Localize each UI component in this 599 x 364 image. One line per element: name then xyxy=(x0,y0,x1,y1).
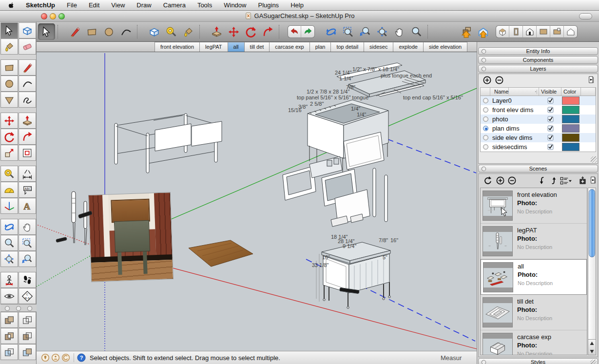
side-elev-dims[interactable]: side elev dims xyxy=(481,133,596,142)
layer-visible-checkbox[interactable] xyxy=(539,97,561,104)
view-iso[interactable] xyxy=(496,25,509,38)
scenes-bar[interactable]: Scenes xyxy=(478,165,598,172)
push-pull[interactable] xyxy=(19,113,36,129)
layer-visible-checkbox[interactable] xyxy=(539,125,561,132)
trim[interactable] xyxy=(0,344,18,360)
add-layer-button[interactable] xyxy=(483,76,492,85)
status-person-icon[interactable] xyxy=(51,353,60,362)
circle[interactable] xyxy=(100,23,117,40)
rectangle[interactable] xyxy=(0,59,18,76)
text[interactable]: ABC xyxy=(19,182,36,198)
close-button[interactable] xyxy=(41,13,47,19)
line[interactable] xyxy=(66,23,83,40)
scene-thumbnail[interactable] xyxy=(483,297,513,327)
explode[interactable]: explode xyxy=(393,42,423,52)
sidesec[interactable]: sidesec xyxy=(364,42,393,52)
resize-grip[interactable] xyxy=(590,360,597,364)
walk[interactable] xyxy=(19,272,36,288)
zoom-previous[interactable] xyxy=(357,23,374,40)
view-back[interactable] xyxy=(550,25,564,38)
scene-thumbnail[interactable] xyxy=(483,226,513,256)
circle[interactable] xyxy=(0,76,18,92)
apple-icon[interactable] xyxy=(8,1,15,9)
freehand[interactable] xyxy=(19,92,36,108)
zoom-extents[interactable] xyxy=(0,251,18,267)
scale[interactable] xyxy=(0,145,18,161)
plugins[interactable]: Plugins xyxy=(252,1,285,9)
zoom-window[interactable] xyxy=(19,235,36,251)
layers-menu-icon[interactable] xyxy=(587,76,595,84)
toolbar-toggle-button[interactable] xyxy=(579,13,592,19)
move-scene-down-button[interactable] xyxy=(538,176,547,185)
layer-current-radio[interactable] xyxy=(483,126,488,131)
rotate[interactable] xyxy=(0,129,18,145)
layers-bar[interactable]: Layers xyxy=(478,65,598,73)
follow-me[interactable] xyxy=(19,129,36,145)
paint-bucket[interactable] xyxy=(0,38,18,55)
all[interactable]: all xyxy=(228,42,244,52)
layer0[interactable]: Layer0 xyxy=(481,96,596,105)
layer-color-swatch[interactable] xyxy=(562,96,580,105)
scroll-up-arrow[interactable] xyxy=(588,340,596,347)
look-around[interactable] xyxy=(0,288,18,304)
polygon[interactable] xyxy=(0,92,18,108)
carcase-exp[interactable]: carcase exp xyxy=(269,42,309,52)
status-pin-icon[interactable] xyxy=(41,353,50,362)
add-scene-button[interactable] xyxy=(496,176,505,185)
arc[interactable] xyxy=(117,23,135,40)
window-shade-icon[interactable] xyxy=(481,360,486,364)
view-right[interactable] xyxy=(564,25,578,38)
zoom-previous[interactable] xyxy=(19,251,36,267)
scroll-down-arrow[interactable] xyxy=(588,347,596,355)
offset[interactable] xyxy=(19,145,36,161)
zoom[interactable] xyxy=(408,23,425,40)
3d-text[interactable]: A xyxy=(19,198,36,214)
all[interactable]: all Photo: No Description xyxy=(481,259,587,295)
zoom-extents[interactable] xyxy=(374,23,391,40)
tape-measure[interactable] xyxy=(0,166,18,182)
view[interactable]: View xyxy=(105,1,131,9)
layer-color-swatch[interactable] xyxy=(562,124,580,133)
photo[interactable]: photo xyxy=(481,115,596,124)
front-elevation[interactable]: front elevation Photo: No Description xyxy=(481,188,587,224)
zoom-window[interactable] xyxy=(340,23,357,40)
scrollbar[interactable] xyxy=(588,188,596,355)
layer-color-swatch[interactable] xyxy=(562,134,580,142)
front-elevation[interactable]: front elevation xyxy=(155,42,199,52)
plan-dims[interactable]: plan dims xyxy=(481,124,596,133)
layer-current-radio[interactable] xyxy=(483,135,488,140)
update-scene-button[interactable] xyxy=(483,176,492,185)
help-icon[interactable]: ? xyxy=(74,353,86,362)
legpat[interactable]: legPAT xyxy=(199,42,227,52)
arc[interactable] xyxy=(19,76,36,92)
layer-visible-checkbox[interactable] xyxy=(539,116,561,122)
window[interactable]: Window xyxy=(218,1,252,9)
union[interactable] xyxy=(0,328,18,344)
column-visible[interactable]: Visible xyxy=(539,88,561,96)
protractor[interactable] xyxy=(0,182,18,198)
file[interactable]: File xyxy=(61,1,83,9)
orbit[interactable] xyxy=(323,23,340,40)
components-bar[interactable]: Components xyxy=(478,56,598,64)
eraser[interactable] xyxy=(19,38,36,55)
move[interactable] xyxy=(225,23,242,40)
column-color[interactable]: Color xyxy=(561,88,581,96)
edit[interactable]: Edit xyxy=(83,1,105,9)
scrollbar-thumb[interactable] xyxy=(589,189,595,257)
move-scene-up-button[interactable] xyxy=(549,176,558,185)
modeling-viewport[interactable]: 24 1/4"1/2" x 7/8" x 18 1/4"plus tongue … xyxy=(37,52,477,351)
layer-current-radio[interactable] xyxy=(483,107,488,113)
tape-measure[interactable] xyxy=(163,23,180,40)
rotate[interactable] xyxy=(242,23,259,40)
styles-bar[interactable]: Styles xyxy=(478,358,598,364)
layer-current-radio[interactable] xyxy=(483,98,488,103)
camera[interactable]: Camera xyxy=(157,1,192,9)
view-left[interactable] xyxy=(509,25,523,38)
zoom[interactable] xyxy=(0,235,18,251)
redo[interactable] xyxy=(301,25,315,38)
show-details-button[interactable] xyxy=(578,176,587,185)
paint-bucket[interactable] xyxy=(180,23,197,40)
make-component[interactable] xyxy=(146,23,163,40)
layer-current-radio[interactable] xyxy=(483,144,488,150)
get-models[interactable] xyxy=(458,23,475,40)
